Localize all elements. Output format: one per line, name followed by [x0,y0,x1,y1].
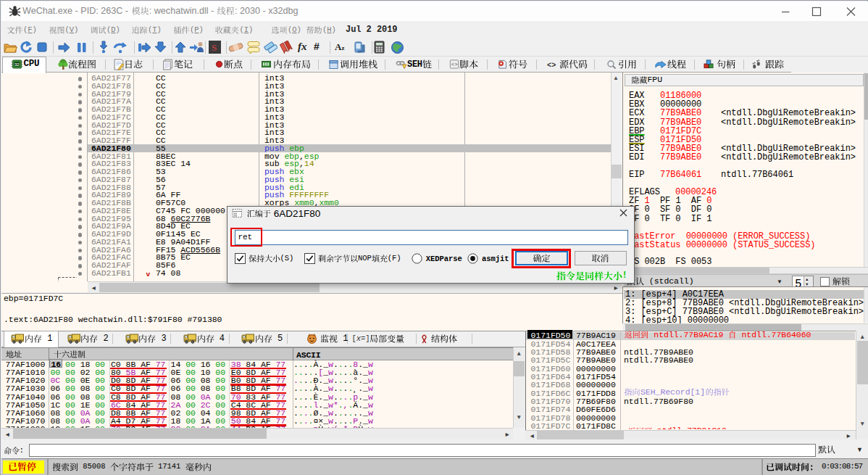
svg-text:32: 32 [14,62,20,67]
svg-text:S: S [212,42,217,53]
svg-text:<>: <> [547,60,556,68]
svg-text:<>: <> [451,62,458,67]
